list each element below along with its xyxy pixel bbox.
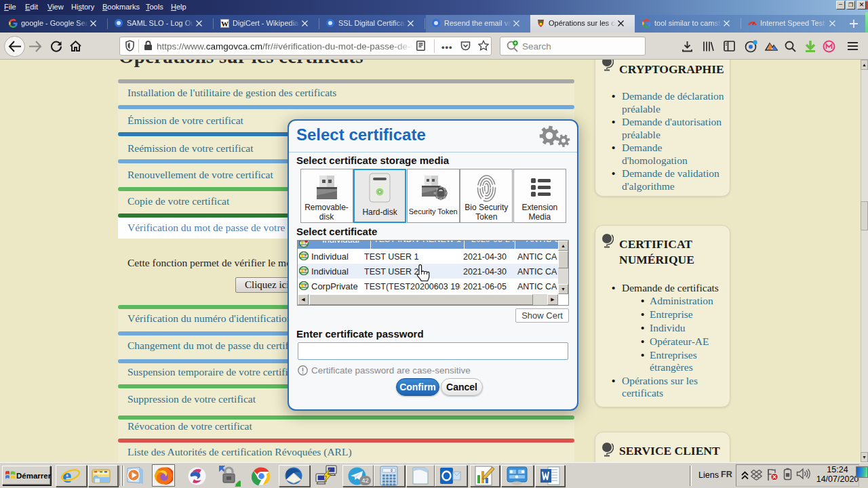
svg-text:e: e (62, 466, 71, 485)
svg-text:0: 0 (391, 469, 393, 473)
